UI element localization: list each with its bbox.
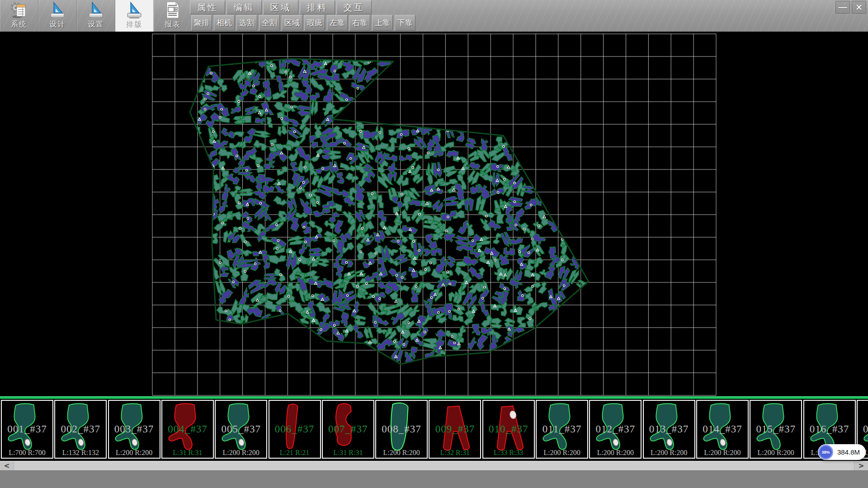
part-thumbnail-004_#37[interactable]: 004_#37 L:31 R:31 <box>161 400 214 459</box>
part-label: 012_#37 <box>590 423 641 435</box>
tool-button-row: 聚排相机选割全割区域瑕疵左靠右靠上靠下靠 <box>191 15 415 31</box>
memory-indicator[interactable]: 38% 384.8M <box>818 444 866 460</box>
part-thumbnail-011_#37[interactable]: 011_#37 L:200 R:200 <box>536 400 588 459</box>
part-label: 014_#37 <box>697 423 748 435</box>
main-button-label: 排版 <box>126 20 142 28</box>
part-label: 001_#37 <box>2 423 52 435</box>
part-count: L:33 R:33 <box>483 449 534 457</box>
tool-button-cluster-nest[interactable]: 聚排 <box>191 15 212 31</box>
part-thumbnail-013_#37[interactable]: 013_#37 L:200 R:200 <box>643 400 695 459</box>
tool-button-cut-all[interactable]: 全割 <box>259 15 280 31</box>
main-toolbar: 系统 设计 设置 排版 报表 属性编辑区域排料交互 聚排相机选 <box>0 0 868 32</box>
parts-thumbnail-panel: 001_#37 L:700 R:700 002_#37 L:132 R:132 … <box>0 399 868 461</box>
menu-tab-interactive[interactable]: 交互 <box>336 0 372 14</box>
part-label: 003_#37 <box>109 423 160 435</box>
part-label: 009_#37 <box>429 423 480 435</box>
tool-button-select-cut[interactable]: 选割 <box>236 15 257 31</box>
part-count: L:32 R:31 <box>429 449 480 457</box>
main-button-settings[interactable]: 设置 <box>77 0 115 32</box>
part-thumbnail-006_#37[interactable]: 006_#37 L:21 R:21 <box>269 400 321 459</box>
tool-button-align-left[interactable]: 左靠 <box>327 15 348 31</box>
set-square-icon <box>124 0 144 20</box>
part-thumbnail-003_#37[interactable]: 003_#37 L:200 R:200 <box>108 400 160 459</box>
tool-button-align-top[interactable]: 上靠 <box>372 15 393 31</box>
progress-percent: 38% <box>821 450 830 455</box>
main-button-label: 报表 <box>165 20 181 28</box>
report-icon <box>163 0 183 20</box>
part-count: L:700 R:700 <box>2 449 52 457</box>
main-toolbar-buttons: 系统 设计 设置 排版 报表 <box>0 0 192 32</box>
canvas-svg[interactable] <box>0 32 868 396</box>
part-count: L:200 R:200 <box>697 449 748 457</box>
main-button-label: 系统 <box>11 20 27 28</box>
part-label: 005_#37 <box>216 423 266 435</box>
tool-button-align-right[interactable]: 右靠 <box>349 15 370 31</box>
tool-button-defect[interactable]: 瑕疵 <box>304 15 325 31</box>
part-label: 002_#37 <box>55 423 106 435</box>
menu-tab-properties[interactable]: 属性 <box>190 0 225 14</box>
part-count: L:200 R:200 <box>590 449 641 457</box>
minimize-button[interactable]: — <box>835 1 850 14</box>
scroll-left-button[interactable]: < <box>0 461 14 470</box>
menu-tab-nesting[interactable]: 排料 <box>300 0 335 14</box>
part-label: 010_#37 <box>483 423 534 435</box>
main-button-label: 设置 <box>88 20 104 28</box>
part-label: 004_#37 <box>162 423 213 435</box>
part-thumbnail-010_#37[interactable]: 010_#37 L:33 R:33 <box>482 400 535 459</box>
part-count: L:200 R:200 <box>750 449 801 457</box>
horizontal-scrollbar[interactable]: < > <box>0 461 868 470</box>
part-count: L:31 R:31 <box>162 449 213 457</box>
part-thumbnail-015_#37[interactable]: 015_#37 L:200 R:200 <box>750 400 802 459</box>
main-button-report[interactable]: 报表 <box>154 0 192 32</box>
set-square-icon <box>47 0 67 20</box>
tool-button-camera[interactable]: 相机 <box>214 15 235 31</box>
status-bar <box>0 470 868 488</box>
part-thumbnail-008_#37[interactable]: 008_#37 L:200 R:200 <box>375 400 428 459</box>
part-count: L:132 R:132 <box>55 449 106 457</box>
part-thumbnail-009_#37[interactable]: 009_#37 L:32 R:31 <box>429 400 481 459</box>
nesting-canvas[interactable] <box>0 32 868 396</box>
part-label: 015_#37 <box>750 423 801 435</box>
part-label: 011_#37 <box>537 423 587 435</box>
part-count: L:200 R:200 <box>376 449 427 457</box>
menu-tab-region[interactable]: 区域 <box>263 0 298 14</box>
progress-circle: 38% <box>818 445 833 460</box>
part-label: 007_#37 <box>323 423 373 435</box>
application-window: 系统 设计 设置 排版 报表 属性编辑区域排料交互 聚排相机选 <box>0 0 868 488</box>
part-label: 008_#37 <box>376 423 427 435</box>
gear-document-icon <box>9 0 29 20</box>
main-button-system[interactable]: 系统 <box>0 0 38 32</box>
part-thumbnail-005_#37[interactable]: 005_#37 L:200 R:200 <box>215 400 267 459</box>
main-button-layout[interactable]: 排版 <box>115 0 154 32</box>
menu-tab-edit[interactable]: 编辑 <box>226 0 262 14</box>
tool-button-align-bottom[interactable]: 下靠 <box>395 15 415 31</box>
part-label: 017_#37 <box>858 423 868 435</box>
part-count: L:21 R:21 <box>269 449 320 457</box>
menu-tabs: 属性编辑区域排料交互 <box>190 0 372 14</box>
part-thumbnail-007_#37[interactable]: 007_#37 L:31 R:31 <box>322 400 374 459</box>
part-count: L:200 R:200 <box>537 449 587 457</box>
main-button-label: 设计 <box>49 20 66 28</box>
close-button[interactable]: ✕ <box>852 1 866 14</box>
main-button-design[interactable]: 设计 <box>38 0 77 32</box>
part-count: L:31 R:31 <box>323 449 373 457</box>
part-count: L:200 R:200 <box>216 449 266 457</box>
part-label: 013_#37 <box>644 423 694 435</box>
part-label: 006_#37 <box>269 423 320 435</box>
part-count: L:200 R:200 <box>644 449 694 457</box>
part-thumbnail-001_#37[interactable]: 001_#37 L:700 R:700 <box>1 400 53 459</box>
scroll-right-button[interactable]: > <box>854 461 868 470</box>
set-square-icon <box>86 0 106 20</box>
tool-button-region[interactable]: 区域 <box>282 15 302 31</box>
part-thumbnail-014_#37[interactable]: 014_#37 L:200 R:200 <box>696 400 749 459</box>
part-label: 016_#37 <box>804 423 855 435</box>
part-thumbnail-002_#37[interactable]: 002_#37 L:132 R:132 <box>54 400 107 459</box>
part-thumbnail-012_#37[interactable]: 012_#37 L:200 R:200 <box>589 400 642 459</box>
part-count: L:200 R:200 <box>109 449 160 457</box>
window-controls: — ✕ <box>835 1 866 14</box>
memory-value: 384.8M <box>837 448 860 456</box>
